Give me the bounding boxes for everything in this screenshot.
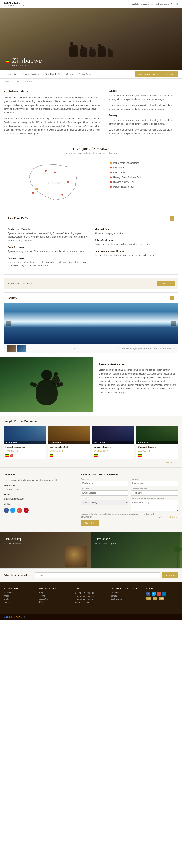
map-dot-victoria[interactable] xyxy=(32,192,34,194)
map-dot-hwange[interactable] xyxy=(54,172,56,174)
extra-content-body: Lorem ipsum dolor sit amet, consectetur … xyxy=(99,368,177,394)
search-link[interactable]: 🔍 xyxy=(176,3,178,5)
message-textarea[interactable] xyxy=(131,500,178,511)
footer-nav-link-1[interactable]: Zimbabwe xyxy=(4,592,36,594)
enquire-cta-button[interactable]: Enquire About a Custom Trip to Zimbabwe … xyxy=(135,71,178,78)
legend-mana-pools[interactable]: Mana Pools National Park xyxy=(110,162,178,164)
legend-victoria-falls[interactable]: Victoria Falls xyxy=(110,171,178,174)
trip-heart-1[interactable]: ♥ xyxy=(10,454,14,457)
trip-card-3[interactable]: SAMPLE TRIP Luangwa Explorer SAMPLE TRIP xyxy=(92,426,134,459)
footer-intl-zam[interactable]: Zambia xyxy=(111,595,143,597)
best-time-title: Best Time To Go xyxy=(7,217,28,220)
footer-useful-link-4[interactable]: More xyxy=(39,601,71,603)
season-early-dec: Early December If you're looking for som… xyxy=(7,246,87,253)
zimbabwe-flag xyxy=(5,60,9,63)
legend-matobo[interactable]: Matobo National Park xyxy=(110,186,178,188)
footer-linkedin-icon[interactable]: in xyxy=(162,592,166,596)
country-selector[interactable]: Call your country ▼ xyxy=(156,3,173,5)
footer-useful-link-2[interactable]: Terms xyxy=(39,595,71,597)
gallery-title: Gallery xyxy=(7,296,17,300)
email-input[interactable] xyxy=(81,490,129,496)
gallery-next-button[interactable]: › xyxy=(171,321,176,326)
season-late-sep-oct: Late September and October Best time for… xyxy=(95,249,175,257)
waterfall-stream1 xyxy=(91,315,91,332)
legend-dot-red2 xyxy=(110,172,112,174)
gallery-thumb-2[interactable] xyxy=(17,345,26,352)
gallery-thumbs-row xyxy=(7,345,26,352)
footer-google-icon[interactable]: g+ xyxy=(157,592,161,596)
breadcrumb-home[interactable]: Home xyxy=(4,80,9,82)
phone-input[interactable] xyxy=(131,490,178,496)
season-jul-sep-title: July to September xyxy=(95,239,175,241)
season-jan-apr: January to April Insects, bugs, big fore… xyxy=(7,256,87,268)
gallery-counter: 1 / 1:38 xyxy=(69,347,76,349)
footer-intl-sa[interactable]: South Africa xyxy=(111,598,143,600)
trip-card-1[interactable]: SAMPLE TRIP Spirit of the Zambezi SAMPLE… xyxy=(4,426,46,459)
gallery-caption: 1 / 1:38 Victoria Falls can get quite ha… xyxy=(4,344,178,353)
form-submit-button[interactable]: Submit ✉ xyxy=(81,520,99,526)
legend-dot-red3 xyxy=(110,176,112,178)
tab-popular-locations[interactable]: Popular Locations xyxy=(20,70,43,79)
highlights-title: Highlights of Zimbabwe xyxy=(4,147,178,151)
last-name-input[interactable] xyxy=(131,481,178,486)
footer-useful-title: Useful Links xyxy=(39,588,71,590)
gallery-collapse-button[interactable]: − xyxy=(170,296,175,300)
newsletter-submit-button[interactable]: Submit ✉ xyxy=(162,572,178,578)
legend-hwange-pools[interactable]: Hwange Pools National Park xyxy=(110,176,178,179)
footer-nav-link-3[interactable]: Explore xyxy=(4,598,36,600)
trip-type-4: SAMPLE TRIP xyxy=(136,450,178,453)
breadcrumb-countries[interactable]: Countries xyxy=(11,80,20,82)
elephant-medium2 xyxy=(98,46,106,57)
hero-country-title: Zimbabwe xyxy=(5,57,42,64)
trip-icons-1: ♥ xyxy=(4,453,46,459)
form-note: I consent to the information submitted a… xyxy=(81,513,155,518)
footer-nav-link-2[interactable]: Africa xyxy=(4,595,36,597)
trip-label-3: SAMPLE TRIP xyxy=(93,441,134,444)
footer-useful-link-3[interactable]: About Us xyxy=(39,598,71,600)
trip-flag-4 xyxy=(138,454,141,457)
gallery-thumb-1[interactable] xyxy=(7,345,16,352)
trip-flag-2 xyxy=(50,454,53,457)
contact-phone-label: Telephone xyxy=(4,484,74,487)
phone-group: Telephone (required) xyxy=(131,488,178,496)
footer-useful-link-1[interactable]: Blog xyxy=(39,592,71,594)
form-row-3: Country Select country... Zimbabwe Unite… xyxy=(81,497,178,511)
gallery-prev-button[interactable]: ‹ xyxy=(6,321,11,326)
view-all-trips-link[interactable]: View all trips › xyxy=(4,461,178,464)
tab-gallery[interactable]: Gallery xyxy=(63,70,76,79)
season-jul-sep: July to September Great game, predictabl… xyxy=(95,239,175,246)
footer-nav-link-4[interactable]: Contact xyxy=(4,601,36,603)
gallery-header: Gallery − xyxy=(4,292,178,303)
map-dot-hwange-np[interactable] xyxy=(67,181,69,183)
tab-introduction[interactable]: Introduction xyxy=(4,70,20,79)
first-name-input[interactable] xyxy=(81,481,129,486)
footer-facebook-icon[interactable]: f xyxy=(146,592,150,596)
trip-card-4[interactable]: SAMPLE TRIP Okavango Explorer SAMPLE TRI… xyxy=(136,426,178,459)
wildlife-title: Wildlife xyxy=(108,89,178,92)
add-destination-link[interactable]: Add more destinations + xyxy=(158,516,178,518)
map-dot-matobo[interactable] xyxy=(61,193,63,196)
legend-hwange-np[interactable]: Hwange National Park xyxy=(110,181,178,183)
pinterest-icon[interactable]: p xyxy=(24,508,29,513)
footer-intl-zim[interactable]: Zimbabwe xyxy=(111,592,143,594)
trip-card-2[interactable]: SAMPLE TRIP Victoria Falls 'Big 5' SAMPL… xyxy=(48,426,90,459)
country-select[interactable]: Select country... Zimbabwe United Kingdo… xyxy=(81,500,129,505)
contact-bar-button[interactable]: Contact Us ✉ xyxy=(157,281,175,286)
map-dot-kariba[interactable] xyxy=(45,170,47,172)
footer-useful-links: Useful Links Blog Terms About Us More xyxy=(39,588,71,604)
plan-trip-title: Plan Your Trip xyxy=(4,537,87,540)
googleplus-icon[interactable]: g+ xyxy=(17,508,22,513)
contact-social-label: Social xyxy=(4,502,74,506)
footer-twitter-icon[interactable]: t xyxy=(152,592,156,596)
extra-content-title: Extra content section xyxy=(99,363,177,366)
tab-sample-trips[interactable]: Sample Trips xyxy=(76,70,94,79)
season-jul-sep-text: Great game, predictably good warm weathe… xyxy=(95,243,175,246)
newsletter-email-input[interactable] xyxy=(35,572,160,578)
tab-best-time[interactable]: Best Time To Go xyxy=(43,70,63,79)
map-dot-mana[interactable] xyxy=(35,188,38,191)
twitter-icon[interactable]: t xyxy=(10,508,16,513)
facebook-icon[interactable]: f xyxy=(4,508,9,513)
email-link[interactable]: zimbabwe@zambezi.com xyxy=(132,3,153,5)
legend-lake-kariba[interactable]: Lake Kariba xyxy=(110,166,178,169)
best-time-collapse-button[interactable]: − xyxy=(170,216,175,221)
